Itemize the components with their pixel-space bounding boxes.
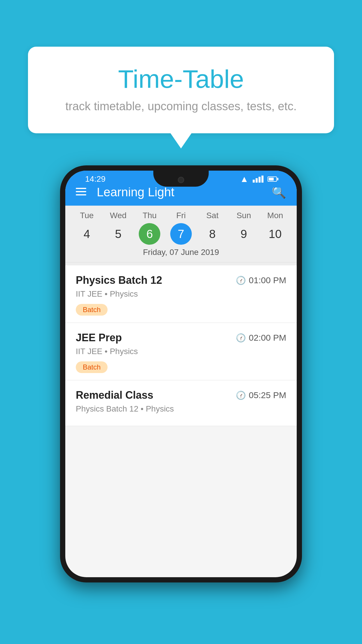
battery-icon — [268, 176, 277, 182]
camera — [178, 177, 184, 183]
class-name: Physics Batch 12 — [76, 274, 162, 286]
day-label: Tue — [80, 211, 94, 220]
signal-bar-3 — [259, 177, 261, 183]
page-subtitle: track timetable, upcoming classes, tests… — [51, 100, 311, 113]
day-column[interactable]: Sat8 — [198, 211, 226, 245]
app-bar: 14:29 ▲ — [65, 171, 297, 206]
battery-fill — [269, 178, 274, 181]
selected-date-label: Friday, 07 June 2019 — [65, 245, 297, 262]
day-label: Sat — [206, 211, 219, 220]
day-column[interactable]: Mon10 — [261, 211, 289, 245]
status-icons: ▲ — [240, 174, 277, 184]
day-number: 10 — [264, 223, 286, 245]
phone-body: 14:29 ▲ — [60, 165, 302, 582]
class-item-header: Physics Batch 12 🕜 01:00 PM — [76, 274, 286, 286]
class-list: Physics Batch 12 🕜 01:00 PM IIT JEE • Ph… — [65, 265, 297, 426]
days-row: Tue4Wed5Thu6Fri7Sat8Sun9Mon10 — [65, 211, 297, 245]
page-title: Time-Table — [51, 64, 311, 94]
signal-bar-4 — [261, 176, 263, 183]
class-time: 🕜 02:00 PM — [236, 333, 286, 343]
menu-line — [76, 191, 86, 192]
menu-line — [76, 194, 86, 195]
class-time: 🕜 05:25 PM — [236, 390, 286, 400]
day-label: Fri — [176, 211, 186, 220]
signal-bar-2 — [256, 178, 258, 183]
batch-badge: Batch — [76, 361, 108, 373]
class-time-value: 01:00 PM — [249, 275, 286, 285]
day-column[interactable]: Thu6 — [136, 211, 164, 245]
batch-badge: Batch — [76, 304, 108, 316]
notch — [153, 171, 209, 187]
status-time: 14:29 — [85, 174, 106, 184]
class-item[interactable]: Remedial Class 🕜 05:25 PM Physics Batch … — [65, 380, 297, 426]
menu-line — [76, 188, 86, 189]
day-label: Mon — [267, 211, 283, 220]
day-column[interactable]: Fri7 — [167, 211, 195, 245]
class-meta: IIT JEE • Physics — [76, 347, 286, 356]
day-number: 8 — [202, 223, 223, 245]
signal-bar-1 — [253, 180, 255, 183]
class-time: 🕜 01:00 PM — [236, 275, 286, 285]
class-time-value: 05:25 PM — [249, 390, 286, 400]
day-column[interactable]: Tue4 — [73, 211, 101, 245]
menu-button[interactable] — [76, 188, 86, 197]
class-item-header: Remedial Class 🕜 05:25 PM — [76, 389, 286, 401]
clock-icon: 🕜 — [236, 333, 246, 343]
day-label: Sun — [236, 211, 251, 220]
signal-icon — [253, 176, 263, 183]
class-name: JEE Prep — [76, 332, 122, 344]
day-label: Wed — [110, 211, 126, 220]
class-meta: IIT JEE • Physics — [76, 289, 286, 299]
wifi-icon: ▲ — [240, 174, 249, 184]
day-number: 4 — [76, 223, 98, 245]
day-number: 7 — [170, 223, 192, 245]
phone-screen: 14:29 ▲ — [65, 171, 297, 577]
clock-icon: 🕜 — [236, 276, 246, 285]
class-item-header: JEE Prep 🕜 02:00 PM — [76, 332, 286, 344]
day-column[interactable]: Wed5 — [104, 211, 132, 245]
calendar-strip: Tue4Wed5Thu6Fri7Sat8Sun9Mon10 Friday, 07… — [65, 206, 297, 265]
class-item[interactable]: JEE Prep 🕜 02:00 PM IIT JEE • Physics Ba… — [65, 323, 297, 380]
class-item[interactable]: Physics Batch 12 🕜 01:00 PM IIT JEE • Ph… — [65, 265, 297, 323]
day-number: 6 — [139, 223, 160, 245]
speech-bubble-card: Time-Table track timetable, upcoming cla… — [28, 47, 334, 133]
phone-mockup: 14:29 ▲ — [60, 165, 302, 582]
class-meta: Physics Batch 12 • Physics — [76, 404, 286, 414]
clock-icon: 🕜 — [236, 391, 246, 400]
day-column[interactable]: Sun9 — [230, 211, 258, 245]
day-label: Thu — [143, 211, 157, 220]
class-name: Remedial Class — [76, 389, 153, 401]
day-number: 9 — [233, 223, 254, 245]
day-number: 5 — [108, 223, 129, 245]
class-time-value: 02:00 PM — [249, 333, 286, 343]
